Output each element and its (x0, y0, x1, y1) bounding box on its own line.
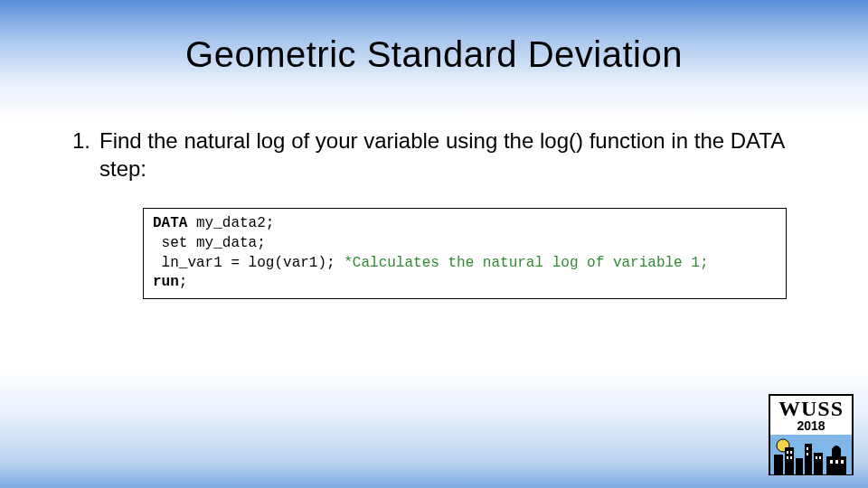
svg-rect-10 (790, 451, 792, 454)
slide-title: Geometric Standard Deviation (0, 34, 868, 75)
svg-rect-6 (814, 453, 823, 474)
logo-skyline-icon (770, 435, 852, 474)
code-line-2: set my_data; (153, 235, 266, 251)
svg-rect-17 (830, 460, 833, 464)
logo-text: WUSS (770, 396, 852, 419)
svg-rect-14 (807, 453, 808, 455)
svg-rect-12 (790, 456, 792, 459)
code-line-1-rest: my_data2; (187, 215, 274, 231)
svg-rect-16 (819, 456, 821, 459)
svg-rect-15 (816, 456, 817, 459)
code-comment: *Calculates the natural log of variable … (344, 255, 708, 271)
logo-year: 2018 (770, 419, 852, 435)
svg-rect-8 (832, 449, 841, 456)
svg-rect-2 (774, 455, 783, 474)
svg-rect-7 (826, 456, 846, 474)
svg-rect-4 (796, 458, 803, 474)
svg-rect-11 (787, 456, 788, 459)
list-item-1: 1. Find the natural log of your variable… (63, 127, 805, 183)
svg-rect-13 (807, 447, 808, 450)
code-line-4-rest: ; (179, 274, 188, 290)
svg-rect-9 (787, 451, 788, 454)
code-line-3a: ln_var1 = log(var1); (153, 255, 344, 271)
code-keyword-data: DATA (153, 215, 187, 231)
code-keyword-run: run (153, 274, 179, 290)
slide-body: 1. Find the natural log of your variable… (63, 127, 805, 299)
list-number: 1. (63, 127, 99, 155)
wuss-logo: WUSS 2018 (769, 394, 854, 475)
slide: Geometric Standard Deviation 1. Find the… (0, 0, 868, 488)
svg-rect-18 (835, 460, 838, 464)
list-text: Find the natural log of your variable us… (99, 127, 805, 183)
svg-rect-19 (841, 460, 844, 464)
code-block: DATA my_data2; set my_data; ln_var1 = lo… (143, 208, 787, 298)
svg-rect-3 (785, 447, 794, 474)
